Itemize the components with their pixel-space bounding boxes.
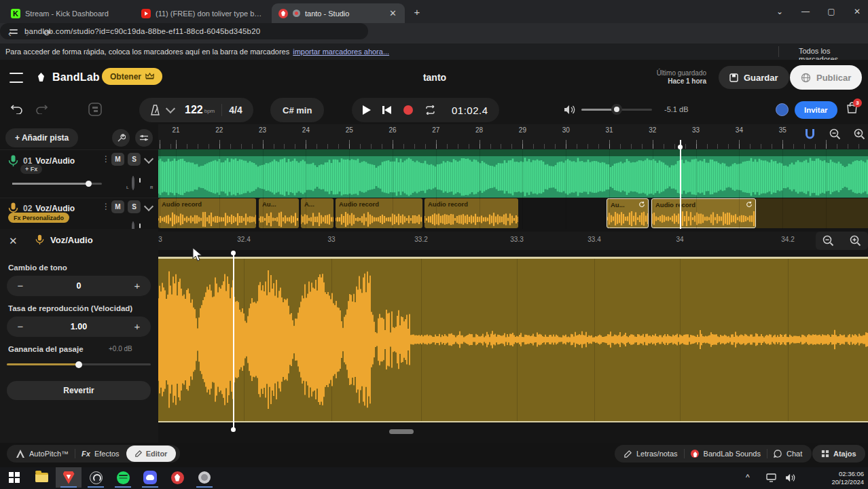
record-icon[interactable] [403, 105, 413, 115]
editor-wave-region[interactable] [158, 257, 868, 422]
editor-playhead-top-handle[interactable] [231, 251, 236, 255]
new-tab-button[interactable]: + [410, 5, 424, 19]
zoom-in-icon[interactable] [854, 128, 865, 140]
speaker-tray-icon[interactable] [785, 473, 796, 482]
pitch-value[interactable]: 0 [34, 276, 124, 296]
timeline-ruler[interactable]: 212223242526272829303132333435 [158, 124, 868, 149]
editor-ruler[interactable]: 332.43333.233.333.43434.2 [158, 232, 868, 250]
mute-button[interactable]: M [111, 153, 124, 166]
play-icon[interactable] [363, 105, 371, 115]
undo-icon[interactable] [11, 103, 23, 114]
publish-button[interactable]: Publicar [790, 65, 862, 90]
time-signature[interactable]: 4/4 [229, 105, 242, 115]
clip-loop-icon[interactable] [746, 201, 753, 208]
taskbar-clock[interactable]: 02:36:06 20/12/2024 [807, 470, 864, 486]
gain-slider[interactable] [7, 363, 151, 365]
track-header-1[interactable]: 01Voz/Audio ⋮ M S + Fx L R [0, 149, 158, 198]
speaker-icon[interactable] [564, 105, 576, 115]
volume-knob[interactable] [611, 104, 622, 115]
tuner-button[interactable] [112, 129, 130, 147]
chevron-down-icon[interactable] [144, 202, 153, 211]
fx-custom-badge[interactable]: Fx Personalizado [8, 213, 69, 223]
snap-magnet-icon[interactable] [805, 128, 815, 140]
key-pill[interactable]: C# min [270, 98, 324, 122]
window-close-button[interactable]: ✕ [845, 0, 868, 22]
timecode[interactable]: 01:02.4 [452, 105, 488, 116]
taskbar-app-discord[interactable] [137, 467, 163, 488]
playhead[interactable] [680, 140, 681, 229]
playhead-handle[interactable] [678, 145, 683, 149]
tempo-pill[interactable]: 122 bpm 4/4 [139, 98, 253, 122]
tab-search-chevron-icon[interactable]: ⌄ [767, 0, 792, 22]
audio-clip[interactable]: Audio record [158, 198, 256, 228]
taskbar-app-obs[interactable] [83, 467, 109, 488]
forward-icon[interactable]: › [26, 29, 29, 38]
speed-minus-button[interactable]: − [7, 316, 34, 337]
master-volume-slider[interactable] [581, 109, 652, 111]
revert-button[interactable]: Revertir [7, 381, 151, 400]
audio-clip[interactable]: Audio record [651, 198, 756, 228]
zoom-out-icon[interactable] [829, 128, 841, 140]
site-settings-icon[interactable] [10, 28, 18, 35]
editor-playhead-bottom-handle[interactable] [231, 427, 236, 432]
track-header-2[interactable]: 02Voz/Audio ⋮ M S Fx Personalizado [0, 198, 158, 230]
chevron-down-icon[interactable] [144, 154, 153, 164]
autopitch-button[interactable]: AutoPitch™ [29, 450, 69, 458]
address-bar[interactable]: bandlab.com/studio?id=c90c19da-88be-ef11… [0, 23, 368, 39]
pan-knob[interactable] [132, 176, 134, 190]
redo-icon[interactable] [35, 103, 48, 114]
track-options-icon[interactable]: ⋮ [102, 154, 110, 164]
audio-clip[interactable]: Au... [259, 198, 299, 228]
browser-tab-youtube[interactable]: (11) (FREE) don toliver type beat - y [134, 3, 269, 23]
taskbar-app-misc[interactable] [192, 467, 217, 488]
zoom-out-icon[interactable] [822, 235, 834, 247]
shortcuts-button[interactable]: Atajos [833, 450, 856, 458]
shop-button[interactable]: 3 [846, 102, 858, 113]
clip-loop-icon[interactable] [638, 201, 645, 208]
import-bookmarks-link[interactable]: importar marcadores ahora... [293, 48, 389, 56]
audio-clip[interactable]: Audio record [336, 198, 422, 228]
taskbar-app-spotify[interactable] [110, 467, 136, 488]
track-volume-slider[interactable] [12, 183, 102, 185]
audio-clip[interactable]: A... [301, 198, 333, 228]
solo-button[interactable]: S [128, 200, 141, 213]
taskbar-app-explorer[interactable] [29, 467, 54, 488]
upgrade-button[interactable]: Obtener [102, 68, 162, 85]
track-volume-knob[interactable] [86, 181, 92, 187]
speed-value[interactable]: 1.00 [34, 316, 124, 337]
editor-scroll-handle[interactable] [389, 429, 414, 434]
taskbar-app-start[interactable] [1, 467, 27, 488]
tab-close-icon[interactable]: ✕ [388, 9, 398, 18]
chat-button[interactable]: Chat [786, 450, 802, 458]
display-tray-icon[interactable] [766, 473, 776, 482]
mixer-button[interactable] [135, 129, 153, 147]
invite-button[interactable]: Invitar [795, 101, 837, 119]
gain-knob[interactable] [75, 361, 82, 368]
sounds-button[interactable]: BandLab Sounds [704, 450, 761, 458]
audio-clip[interactable]: Au... [607, 198, 649, 228]
mute-button[interactable]: M [111, 200, 124, 213]
pitch-plus-button[interactable]: + [124, 276, 151, 296]
taskbar-app-brave[interactable] [56, 467, 82, 488]
browser-tab-bandlab-studio[interactable]: tanto - Studio ✕ [272, 3, 405, 23]
piano-roll-icon[interactable] [88, 103, 102, 116]
window-maximize-button[interactable]: ▢ [819, 0, 844, 22]
song-title[interactable]: tanto [408, 72, 462, 83]
reload-icon[interactable]: ⟳ [43, 28, 52, 37]
effects-button[interactable]: Efectos [94, 450, 120, 458]
editor-playhead[interactable] [233, 253, 234, 430]
fx-badge[interactable]: + Fx [20, 164, 42, 174]
zoom-in-icon[interactable] [850, 235, 861, 247]
collaborator-avatar[interactable] [776, 103, 789, 116]
browser-tab-kick[interactable]: K Stream - Kick Dashboard [4, 3, 132, 23]
shortcuts-pill[interactable]: Atajos [812, 445, 865, 463]
solo-button[interactable]: S [128, 153, 141, 166]
save-button[interactable]: Guardar [719, 66, 789, 89]
track-options-icon[interactable]: ⋮ [102, 202, 110, 211]
track-lane-1[interactable] [158, 149, 868, 198]
add-track-button[interactable]: + Añadir pista [5, 128, 78, 147]
skip-to-start-icon[interactable] [382, 105, 392, 115]
audio-clip[interactable]: Audio record [424, 198, 518, 228]
loop-icon[interactable] [424, 105, 436, 115]
lyrics-button[interactable]: Letras/notas [636, 450, 678, 458]
